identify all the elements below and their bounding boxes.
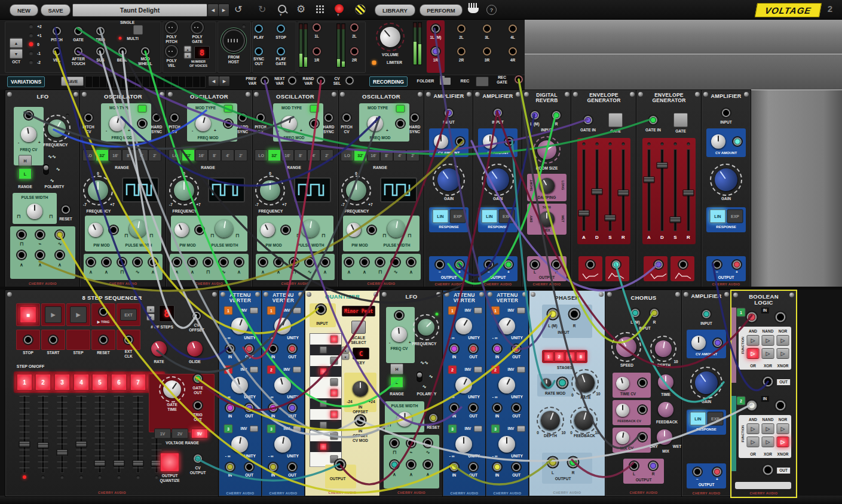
seq-slider-4[interactable]: [76, 441, 87, 448]
osc-range-4-button[interactable]: 4': [135, 149, 148, 161]
att-knob-2[interactable]: [229, 375, 250, 395]
amp4-input-jack[interactable]: [702, 310, 711, 318]
eg2-out-jack[interactable]: [679, 260, 687, 269]
amp3-cv-jack[interactable]: [733, 137, 742, 146]
rec-gate-jack[interactable]: [515, 75, 523, 84]
att-out-jack-1[interactable]: [469, 345, 477, 353]
att-knob-3[interactable]: [230, 435, 249, 454]
chorus-feedback-cv-knob[interactable]: [616, 404, 629, 417]
lfo-reset-jack[interactable]: [62, 205, 70, 214]
att-inv-button-3[interactable]: [293, 426, 301, 432]
seq-start-button[interactable]: ▶: [45, 306, 62, 323]
seq-5v-button[interactable]: 5V: [191, 429, 208, 439]
seq-ext-clk-jack[interactable]: [124, 336, 133, 344]
amp-out-plus-jack[interactable]: [455, 260, 464, 269]
from-host-jack[interactable]: [223, 30, 244, 51]
osc-pulse-out-jack[interactable]: [204, 258, 212, 266]
osc-sine-out-jack[interactable]: [133, 258, 142, 266]
att-inv-button-2[interactable]: [250, 367, 258, 373]
att-in-jack-3[interactable]: [226, 463, 234, 471]
eg2-inv-out-jack[interactable]: [654, 260, 663, 269]
osc-tri-out-jack[interactable]: [235, 258, 243, 266]
pitch-jack[interactable]: [53, 27, 61, 35]
att-inv-button-2[interactable]: [517, 367, 525, 373]
osc-range-32-button[interactable]: 32': [268, 149, 281, 161]
vel-jack[interactable]: [53, 47, 61, 56]
osc-frequency-knob[interactable]: [174, 180, 194, 201]
out-2l-jack[interactable]: [457, 24, 466, 33]
osc-sine-out-jack[interactable]: [305, 258, 314, 266]
att-knob-1[interactable]: [272, 315, 293, 337]
amp-lin-button[interactable]: LIN: [433, 210, 449, 223]
seq-step-4-button[interactable]: 4: [74, 374, 90, 391]
lfo2-pulse-width-knob[interactable]: [397, 412, 412, 427]
osc-range-16-button[interactable]: 16': [109, 149, 122, 161]
seq-gate-out-jack[interactable]: [194, 374, 202, 383]
eg-gate-in-jack[interactable]: [584, 116, 592, 124]
phaser-rate-mod-jack[interactable]: [558, 378, 568, 388]
lfo-range-h-button[interactable]: H: [19, 155, 32, 167]
att-in-jack-1[interactable]: [226, 345, 234, 353]
chorus-in-r-jack[interactable]: [650, 309, 659, 317]
osc-pitch-cv-jack[interactable]: [256, 113, 265, 122]
chorus-mix-knob[interactable]: [657, 429, 672, 445]
quant-scale-select-button[interactable]: [351, 321, 366, 334]
out-2r-jack[interactable]: [457, 47, 466, 56]
phaser-stage-8-button[interactable]: 8: [576, 352, 586, 362]
att-inv-button-1[interactable]: [293, 308, 301, 314]
att-inv-button-2[interactable]: [293, 367, 301, 373]
osc-range-32-button[interactable]: 32': [96, 149, 109, 161]
oct-up-button[interactable]: ▲: [10, 38, 23, 48]
poly-vel-jack[interactable]: [166, 46, 177, 57]
gear-icon[interactable]: ⚙: [296, 4, 305, 14]
seq-cv-offset-jack[interactable]: [192, 312, 201, 320]
osc-saw-out-jack[interactable]: [87, 258, 95, 266]
eg-a-slider[interactable]: [578, 210, 590, 217]
variation-prev-button[interactable]: ◄: [208, 76, 219, 87]
reverb-out-r-jack[interactable]: [552, 260, 561, 269]
quant-key-up-button[interactable]: ▲: [342, 347, 350, 354]
sync-out-jack[interactable]: [255, 47, 263, 56]
logic-nor-button-2[interactable]: ▷: [777, 423, 789, 434]
logic-and-button-1[interactable]: ▷: [747, 335, 760, 346]
zoom-icon[interactable]: [278, 5, 286, 13]
amp4-out-minus-jack[interactable]: [693, 468, 702, 476]
chorus-in-l-jack[interactable]: [631, 309, 639, 317]
seq-step-7-button[interactable]: 7: [130, 374, 146, 391]
out2r-meter-jack[interactable]: [350, 47, 359, 56]
logic-xnor-button-1[interactable]: ▷: [777, 348, 789, 359]
out-4l-jack[interactable]: [509, 24, 517, 33]
logic-or-button-2[interactable]: ▷: [747, 437, 760, 447]
logic-xor-button-1[interactable]: ▷: [762, 348, 774, 359]
poly-pitch-jack[interactable]: [166, 22, 177, 33]
seq-step-6-button[interactable]: 6: [111, 374, 127, 391]
lfo-range-l-button[interactable]: L: [19, 168, 32, 180]
seq-slider-1[interactable]: [19, 441, 30, 448]
seq-glide-knob[interactable]: [185, 339, 204, 358]
amp-exp-button[interactable]: EXP: [499, 210, 515, 223]
lfo2-range-l-button[interactable]: L: [390, 377, 403, 388]
lfo2-tri-out-jack[interactable]: [390, 460, 399, 469]
logic-nand-button-2[interactable]: ▷: [762, 423, 774, 434]
seq-stop-jack[interactable]: [24, 336, 32, 344]
limiter-led[interactable]: [372, 61, 376, 65]
seq-trig-out-jack[interactable]: [194, 401, 202, 410]
phaser-rate-mod-knob[interactable]: [541, 379, 552, 389]
chorus-out-l-jack[interactable]: [630, 462, 638, 470]
amp-exp-button[interactable]: EXP: [450, 210, 466, 223]
att-out-jack-1[interactable]: [245, 345, 253, 353]
att-inv-button-3[interactable]: [250, 426, 258, 432]
amp-input-jack[interactable]: [494, 109, 502, 117]
att-inv-button-1[interactable]: [250, 308, 258, 314]
osc-freq-mod-jack[interactable]: [224, 119, 232, 128]
lfo2-freq-cv-jack[interactable]: [395, 311, 403, 319]
single-multi-switch[interactable]: [133, 25, 143, 35]
osc-ramp-out-jack[interactable]: [274, 258, 283, 266]
prev-var-jack[interactable]: [261, 76, 269, 85]
key-Gs-button[interactable]: [320, 422, 327, 429]
att-out-jack-3[interactable]: [469, 463, 477, 471]
play-gate-jack[interactable]: [277, 47, 285, 56]
att-knob-3[interactable]: [455, 436, 472, 453]
perform-button[interactable]: PERFORM: [420, 4, 463, 16]
voices-up-button[interactable]: ▲: [184, 46, 192, 53]
